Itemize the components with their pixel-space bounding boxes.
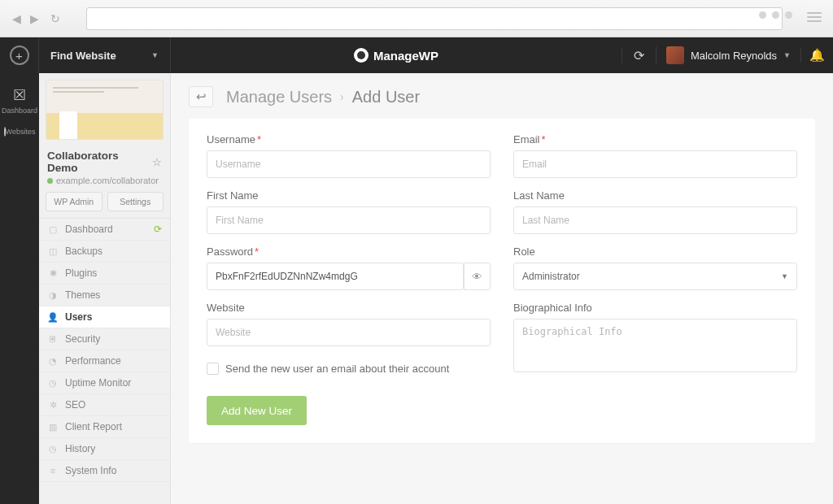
website-input[interactable] — [207, 319, 491, 346]
find-website-dropdown[interactable]: Find Website ▼ — [39, 37, 171, 73]
bio-textarea[interactable] — [513, 319, 797, 372]
app-header: + Find Website ▼ ManageWP ⟳ Malcolm Reyn… — [0, 37, 833, 73]
email-label: Email* — [513, 133, 797, 146]
browser-url-bar[interactable] — [86, 7, 783, 30]
site-name: Collaborators Demo — [47, 150, 152, 174]
back-button[interactable]: ↩ — [189, 86, 213, 107]
bio-label: Biographical Info — [513, 302, 797, 314]
add-new-user-button[interactable]: Add New User — [207, 396, 307, 425]
role-label: Role — [513, 245, 797, 258]
browser-reload-icon[interactable]: ↻ — [49, 12, 62, 25]
role-select[interactable]: Administrator ▼ — [513, 263, 797, 290]
users-icon: 👤 — [47, 312, 59, 323]
lastname-input[interactable] — [513, 206, 797, 234]
rail-label: Websites — [6, 128, 36, 136]
status-dot-icon — [47, 178, 53, 184]
menu-plugins[interactable]: ✱Plugins — [39, 263, 170, 285]
site-url: example.com/collaborator — [39, 176, 170, 192]
firstname-label: First Name — [207, 189, 491, 202]
username-input[interactable] — [207, 150, 491, 178]
find-website-label: Find Website — [50, 50, 116, 62]
monitor-icon: ▢ — [47, 224, 59, 235]
user-menu[interactable]: Malcolm Reynolds ▼ — [656, 46, 800, 64]
send-email-checkbox[interactable] — [207, 363, 219, 375]
user-name: Malcolm Reynolds — [691, 50, 777, 62]
lastname-label: Last Name — [513, 189, 797, 202]
sync-icon[interactable]: ⟳ — [154, 224, 162, 235]
eye-slash-icon: 👁 — [472, 271, 482, 283]
email-input[interactable] — [513, 150, 797, 178]
caret-down-icon: ▼ — [151, 51, 159, 59]
menu-users[interactable]: 👤Users — [39, 306, 170, 328]
breadcrumb-parent[interactable]: Manage Users — [226, 88, 332, 106]
menu-history[interactable]: ◷History — [39, 438, 170, 460]
global-refresh-button[interactable]: ⟳ — [621, 48, 656, 63]
site-menu: ▢Dashboard⟳ ◫Backups ✱Plugins ◑Themes 👤U… — [39, 218, 170, 482]
add-user-form: Username* Email* First Name Last Name — [189, 119, 815, 443]
browser-menu-icon[interactable] — [807, 12, 822, 24]
firstname-input[interactable] — [207, 206, 491, 234]
favorite-star-icon[interactable]: ☆ — [152, 156, 162, 168]
rail-websites[interactable]: Websites — [0, 123, 39, 144]
brand: ManageWP — [171, 37, 621, 73]
nav-rail: ☒ Dashboard Websites — [0, 73, 39, 504]
send-email-label: Send the new user an email about their a… — [225, 363, 449, 375]
notifications-button[interactable]: 🔔 — [800, 48, 833, 63]
toggle-password-visibility-button[interactable]: 👁 — [464, 263, 491, 290]
browser-forward-icon[interactable]: ▶ — [28, 12, 41, 25]
globe-icon — [4, 127, 6, 137]
menu-seo[interactable]: ✲SEO — [39, 394, 170, 416]
password-input[interactable] — [207, 263, 464, 290]
password-label: Password* — [207, 245, 491, 258]
site-settings-button[interactable]: Settings — [107, 192, 164, 211]
uptime-icon: ◷ — [47, 378, 59, 389]
seo-icon: ✲ — [47, 400, 59, 411]
breadcrumb: Manage Users › Add User — [226, 88, 420, 106]
report-icon: ▥ — [47, 422, 59, 432]
window-dots — [759, 11, 792, 19]
history-icon: ◷ — [47, 444, 59, 454]
plugin-icon: ✱ — [47, 268, 59, 279]
wp-admin-button[interactable]: WP Admin — [46, 192, 102, 211]
main-content: ↩ Manage Users › Add User Username* Emai… — [171, 73, 833, 504]
avatar — [666, 46, 684, 64]
menu-uptime[interactable]: ◷Uptime Monitor — [39, 372, 170, 394]
menu-themes[interactable]: ◑Themes — [39, 285, 170, 306]
menu-performance[interactable]: ◔Performance — [39, 350, 170, 372]
dashboard-icon: ☒ — [0, 86, 39, 104]
username-label: Username* — [207, 133, 491, 146]
chevron-down-icon: ▼ — [781, 272, 788, 280]
role-value: Administrator — [522, 271, 580, 282]
brand-name: ManageWP — [373, 49, 438, 63]
rail-dashboard[interactable]: ☒ Dashboard — [0, 81, 39, 123]
site-thumbnail[interactable] — [46, 80, 164, 140]
menu-client-report[interactable]: ▥Client Report — [39, 416, 170, 438]
site-sidebar: Collaborators Demo ☆ example.com/collabo… — [39, 73, 171, 504]
theme-icon: ◑ — [47, 290, 59, 301]
menu-dashboard[interactable]: ▢Dashboard⟳ — [39, 219, 170, 241]
menu-system-info[interactable]: ≡System Info — [39, 460, 170, 482]
shield-icon: ⛨ — [47, 334, 59, 344]
breadcrumb-current: Add User — [352, 88, 420, 106]
backup-icon: ◫ — [47, 246, 59, 257]
menu-backups[interactable]: ◫Backups — [39, 241, 170, 263]
chevron-right-icon: › — [340, 90, 344, 103]
browser-back-icon[interactable]: ◀ — [10, 12, 23, 25]
gauge-icon: ◔ — [47, 356, 59, 367]
browser-chrome: ◀ ▶ ↻ — [0, 0, 833, 37]
add-site-button[interactable]: + — [0, 37, 39, 73]
info-icon: ≡ — [47, 466, 59, 476]
brand-logo-icon — [354, 48, 369, 63]
menu-security[interactable]: ⛨Security — [39, 328, 170, 350]
caret-down-icon: ▼ — [783, 51, 791, 59]
rail-label: Dashboard — [2, 106, 37, 115]
website-label: Website — [207, 302, 491, 314]
